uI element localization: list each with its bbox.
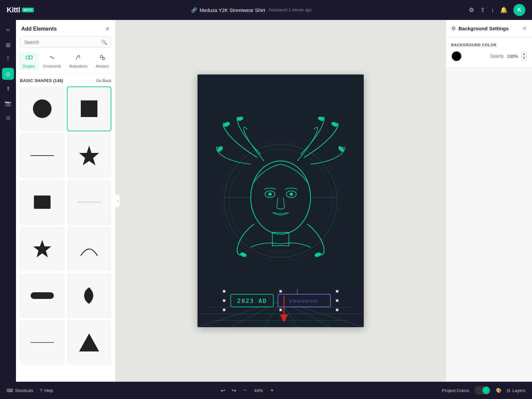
canvas-wrapper: 2023 AD ▷▷▷▷▷▷▷ <box>198 74 364 327</box>
bottombar-right: Project Colors 🎨 ⊟ Layers <box>442 386 525 395</box>
svg-point-37 <box>268 193 272 196</box>
toggle-knob <box>482 387 490 394</box>
link-icon: 🔗 <box>191 7 197 13</box>
color-swatch[interactable] <box>451 51 462 62</box>
notifications-button[interactable]: 🔔 <box>500 6 507 14</box>
redo-button[interactable]: ↪ <box>230 386 238 395</box>
bottombar-center: ↩ ↪ − 44% + <box>53 386 442 395</box>
shortcuts-label: Shortcuts <box>15 388 33 393</box>
help-label: Help <box>44 388 53 393</box>
shortcuts-button[interactable]: ⌨ Shortcuts <box>7 388 33 393</box>
search-bar[interactable]: 🔍 <box>20 37 111 48</box>
ornaments-label: Ornaments <box>43 64 61 68</box>
shape-circle[interactable] <box>20 86 65 131</box>
opacity-stepper[interactable]: ▲ ▼ <box>521 52 527 61</box>
topbar-actions: ⚙ ⇪ ↓ 🔔 K <box>469 4 525 16</box>
sidebar-item-shapes[interactable]: ◎ <box>2 68 14 80</box>
svg-point-4 <box>33 99 52 118</box>
shape-line-2[interactable] <box>67 180 112 225</box>
sidebar-item-font[interactable]: T <box>2 53 14 65</box>
layers-label: Layers <box>512 388 525 393</box>
bg-settings-icon: ⚙ <box>451 25 456 32</box>
bottombar: ⌨ Shortcuts ? Help ↩ ↪ − 44% + Project C… <box>0 382 532 399</box>
zoom-in-button[interactable]: + <box>268 386 276 395</box>
shapes-grid <box>20 86 111 365</box>
canvas-area: 2023 AD ▷▷▷▷▷▷▷ <box>116 20 446 382</box>
shape-triangle[interactable] <box>67 320 112 365</box>
zoom-out-button[interactable]: − <box>241 386 249 395</box>
panel-collapse-arrow[interactable]: › <box>115 194 120 207</box>
abstract-icon <box>99 54 106 63</box>
elements-panel: Add Elements ✕ 🔍 Shapes Ornaments <box>16 20 116 382</box>
shape-rectangle-2[interactable] <box>20 180 65 225</box>
svg-point-38 <box>290 193 293 196</box>
bg-settings-title-row: ⚙ Background Settings <box>451 25 509 32</box>
panel-close-button[interactable]: ✕ <box>105 25 110 33</box>
svg-marker-13 <box>79 333 99 351</box>
opacity-decrement[interactable]: ▼ <box>521 57 527 61</box>
search-icon: 🔍 <box>101 40 107 45</box>
shape-line-1[interactable] <box>20 133 65 178</box>
shape-crescent[interactable] <box>67 273 112 318</box>
svg-rect-1 <box>29 56 32 59</box>
undo-button[interactable]: ↩ <box>219 386 227 395</box>
go-back-button[interactable]: Go Back <box>96 78 111 83</box>
tab-abstract[interactable]: Abstract <box>91 52 113 70</box>
svg-rect-5 <box>81 100 97 117</box>
tab-ornaments[interactable]: Ornaments <box>39 52 65 70</box>
bg-settings-title: Background Settings <box>459 26 509 31</box>
shapes-header: BASIC SHAPES (148) Go Back <box>20 78 111 83</box>
help-button[interactable]: ? Help <box>40 388 53 393</box>
svg-rect-11 <box>31 292 54 299</box>
shape-pill[interactable] <box>20 273 65 318</box>
share-button[interactable]: ⇪ <box>480 6 485 14</box>
sidebar-item-table[interactable]: ▦ <box>2 39 14 51</box>
ornaments-icon <box>49 54 56 63</box>
bg-color-row: Opacity 100% ▲ ▼ <box>451 51 527 62</box>
beta-badge: BETA <box>22 8 34 12</box>
topbar-title: 🔗 Medusa Y2K Streetwear Shirt <box>191 7 265 13</box>
settings-button[interactable]: ⚙ <box>469 6 474 14</box>
opacity-increment[interactable]: ▲ <box>521 52 527 56</box>
illustrations-label: Illustrations <box>69 64 88 68</box>
shapes-section: BASIC SHAPES (148) Go Back <box>16 74 115 382</box>
shapes-label: Shapes <box>23 64 35 68</box>
opacity-label: Opacity <box>490 54 504 59</box>
shape-star-filled[interactable] <box>67 133 112 178</box>
annotation-arrow <box>274 296 294 324</box>
main-layout: ✏ ▦ T ◎ ⬆ 📷 ⊞ Add Elements ✕ 🔍 Shapes <box>0 20 532 382</box>
shapes-icon <box>25 54 33 63</box>
category-tabs: Shapes Ornaments Illustrations Abstract <box>16 52 115 74</box>
sidebar-item-grid[interactable]: ⊞ <box>2 112 14 124</box>
avatar[interactable]: K <box>513 4 525 16</box>
panel-title: Add Elements <box>21 26 57 32</box>
project-colors-toggle[interactable] <box>474 386 490 395</box>
shape-star-small[interactable] <box>20 227 65 272</box>
topbar: Kittl BETA 🔗 Medusa Y2K Streetwear Shirt… <box>0 0 532 20</box>
right-panel: ⚙ Background Settings ✕ BACKGROUND COLOR… <box>446 20 532 382</box>
tab-shapes[interactable]: Shapes <box>19 52 39 70</box>
shape-rectangle[interactable] <box>67 86 112 131</box>
sidebar-item-upload[interactable]: ⬆ <box>2 82 14 94</box>
colors-icon: 🎨 <box>496 388 501 393</box>
autosave-label: Autosaved 1 minute ago <box>269 8 312 12</box>
logo-text: Kittl <box>7 6 20 14</box>
svg-marker-7 <box>79 146 99 165</box>
text-element-1[interactable]: 2023 AD <box>230 294 274 307</box>
layers-button[interactable]: ⊟ Layers <box>507 388 525 393</box>
sidebar-item-text[interactable]: ✏ <box>2 24 14 36</box>
shape-arc[interactable] <box>67 227 112 272</box>
tab-illustrations[interactable]: Illustrations <box>65 52 92 70</box>
project-colors-label: Project Colors <box>442 388 469 393</box>
download-button[interactable]: ↓ <box>491 7 494 14</box>
bg-settings-header: ⚙ Background Settings ✕ <box>446 20 532 37</box>
logo: Kittl BETA <box>7 6 34 14</box>
bg-color-section: BACKGROUND COLOR Opacity 100% ▲ ▼ <box>446 38 532 67</box>
icon-sidebar: ✏ ▦ T ◎ ⬆ 📷 ⊞ <box>0 20 16 382</box>
shape-line-3[interactable] <box>20 320 65 365</box>
sidebar-item-photo[interactable]: 📷 <box>2 97 14 109</box>
canvas[interactable]: 2023 AD ▷▷▷▷▷▷▷ <box>198 74 364 327</box>
search-input[interactable] <box>24 40 99 45</box>
svg-point-3 <box>102 58 104 60</box>
bg-settings-close-button[interactable]: ✕ <box>522 25 527 32</box>
